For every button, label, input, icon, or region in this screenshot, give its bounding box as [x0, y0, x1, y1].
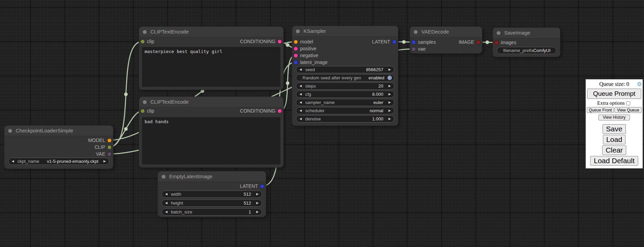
node-collapse-dot-icon[interactable] [162, 175, 165, 179]
vae-decode-node[interactable]: VAEDecodesamplesvaeIMAGE [410, 27, 482, 53]
node-collapse-dot-icon[interactable] [143, 30, 147, 34]
height-widget[interactable]: ◀▶height512 [162, 199, 262, 207]
decrement-arrow-icon[interactable]: ◀ [299, 91, 302, 98]
node-title-bar[interactable]: EmptyLatentImage [158, 171, 266, 182]
images-input-slot-icon[interactable] [495, 41, 498, 44]
link-midpoint-dot [485, 40, 489, 44]
ckpt-name-widget[interactable]: ◀▶ckpt_namev1-5-pruned-emaonly.ckpt [8, 158, 109, 165]
decrement-arrow-icon[interactable]: ◀ [299, 99, 302, 106]
node-collapse-dot-icon[interactable] [143, 100, 147, 104]
increment-arrow-icon[interactable]: ▶ [388, 91, 391, 98]
view-queue-button[interactable]: View Queue [615, 107, 642, 113]
decrement-arrow-icon[interactable]: ◀ [165, 209, 168, 215]
node-title-bar[interactable]: VAEDecode [410, 27, 482, 37]
increment-arrow-icon[interactable]: ▶ [103, 158, 106, 165]
queue-front-button[interactable]: Queue Front [587, 107, 614, 113]
clip-output-slot-icon[interactable] [108, 145, 111, 149]
node-title-bar[interactable]: SaveImage [493, 28, 560, 38]
clip-text-encode-positive-node[interactable]: CLIPTextEncodeclipCONDITIONING [139, 27, 283, 90]
widget-value: normal [370, 107, 383, 114]
node-collapse-dot-icon[interactable] [497, 31, 500, 35]
decrement-arrow-icon[interactable]: ◀ [299, 116, 302, 122]
graph-canvas[interactable]: CheckpointLoaderSimpleMODELCLIPVAE◀▶ckpt… [0, 0, 644, 247]
slot-vae-input: vae [410, 46, 482, 52]
prompt-text-input[interactable] [142, 117, 281, 165]
node-title-bar[interactable]: CheckpointLoaderSimple [4, 126, 113, 136]
link-midpoint-dot [286, 43, 289, 47]
widget-value: enabled [369, 75, 384, 81]
widget-label: sampler_name [305, 99, 335, 106]
model-output-slot-icon[interactable] [108, 139, 111, 142]
width-widget[interactable]: ◀▶width512 [162, 191, 262, 198]
node-title-text: SaveImage [504, 28, 530, 38]
decrement-arrow-icon[interactable]: ◀ [165, 200, 168, 206]
scheduler-widget[interactable]: ◀▶schedulernormal [296, 107, 394, 114]
conditioning-output-slot-icon[interactable] [278, 109, 282, 113]
widget-label: height [171, 200, 183, 206]
widget-value: 1.000 [372, 116, 383, 122]
empty-latent-image-node[interactable]: EmptyLatentImageLATENT◀▶width512◀▶height… [158, 171, 266, 217]
latent-output-slot-icon[interactable] [260, 184, 264, 188]
node-title-bar[interactable]: CLIPTextEncode [139, 27, 283, 37]
cfg-widget[interactable]: ◀▶cfg8.000 [296, 91, 394, 98]
negative-input-slot-icon[interactable] [294, 54, 298, 57]
widget-value: 512 [244, 200, 251, 206]
node-title-bar[interactable]: KSampler [292, 26, 398, 37]
increment-arrow-icon[interactable]: ▶ [256, 209, 259, 215]
settings-gear-icon[interactable]: ⚙ [637, 80, 642, 88]
latent-image-input-slot-icon[interactable] [294, 61, 298, 64]
output-slot-label: LATENT [240, 183, 258, 190]
denoise-widget[interactable]: ◀▶denoise1.000 [296, 115, 394, 122]
vae-output-slot-icon[interactable] [108, 152, 111, 156]
decrement-arrow-icon[interactable]: ◀ [299, 107, 302, 114]
node-collapse-dot-icon[interactable] [8, 129, 12, 133]
vae-input-slot-icon[interactable] [412, 47, 416, 51]
latent-output-slot-icon[interactable] [393, 40, 396, 44]
save-image-node[interactable]: SaveImageimagesfilename_prefixComfyUI [493, 28, 560, 57]
widget-label: seed [305, 66, 315, 73]
sampler-name-widget[interactable]: ◀▶sampler_nameeuler [296, 99, 394, 106]
increment-arrow-icon[interactable]: ▶ [388, 99, 391, 106]
save-button[interactable]: Save [603, 124, 626, 134]
decrement-arrow-icon[interactable]: ◀ [12, 158, 14, 165]
conditioning-output-slot-icon[interactable] [278, 40, 282, 43]
widget-label: scheduler [305, 107, 324, 114]
increment-arrow-icon[interactable]: ▶ [388, 107, 391, 114]
output-slot-label: MODEL [88, 137, 105, 144]
node-collapse-dot-icon[interactable] [296, 29, 300, 33]
positive-input-slot-icon[interactable] [294, 47, 298, 51]
seed-widget[interactable]: ◀▶seed8566257 [296, 66, 394, 73]
batch-size-widget[interactable]: ◀▶batch_size1 [162, 208, 262, 216]
decrement-arrow-icon[interactable]: ◀ [165, 191, 168, 197]
node-link [109, 111, 143, 147]
clip-text-encode-negative-node[interactable]: CLIPTextEncodeclipCONDITIONING [139, 97, 283, 167]
extra-options-checkbox[interactable] [626, 101, 630, 105]
link-midpoint-dot [201, 89, 204, 93]
increment-arrow-icon[interactable]: ▶ [256, 200, 259, 206]
image-output-slot-icon[interactable] [476, 40, 480, 44]
decrement-arrow-icon[interactable]: ◀ [299, 83, 302, 89]
load-button[interactable]: Load [603, 135, 626, 144]
increment-arrow-icon[interactable]: ▶ [388, 83, 391, 89]
checkpoint-loader-simple-node[interactable]: CheckpointLoaderSimpleMODELCLIPVAE◀▶ckpt… [4, 126, 113, 169]
prompt-text-input[interactable] [142, 47, 281, 87]
increment-arrow-icon[interactable]: ▶ [388, 66, 391, 73]
queue-prompt-button[interactable]: Queue Prompt [587, 89, 641, 99]
slot-latent-image-input: latent_image [292, 59, 398, 66]
toggle-dot-icon[interactable] [387, 76, 392, 80]
random-seed-after-every-gen-widget[interactable]: Random seed after every genenabled [296, 74, 394, 81]
widget-value: euler [373, 99, 383, 106]
steps-widget[interactable]: ◀▶steps20 [296, 82, 394, 90]
filename-prefix-widget[interactable]: filename_prefixComfyUI [497, 47, 556, 54]
clear-button[interactable]: Clear [602, 145, 626, 155]
ksampler-node[interactable]: KSamplermodelpositivenegativelatent_imag… [292, 26, 398, 126]
node-collapse-dot-icon[interactable] [414, 30, 418, 34]
decrement-arrow-icon[interactable]: ◀ [299, 66, 302, 73]
view-history-button[interactable]: View History [598, 115, 630, 120]
link-midpoint-dot [124, 127, 127, 131]
load-default-button[interactable]: Load Default [590, 156, 638, 166]
slot-images-input: images [493, 39, 560, 46]
node-title-bar[interactable]: CLIPTextEncode [139, 97, 283, 107]
increment-arrow-icon[interactable]: ▶ [256, 191, 259, 197]
increment-arrow-icon[interactable]: ▶ [388, 116, 391, 122]
